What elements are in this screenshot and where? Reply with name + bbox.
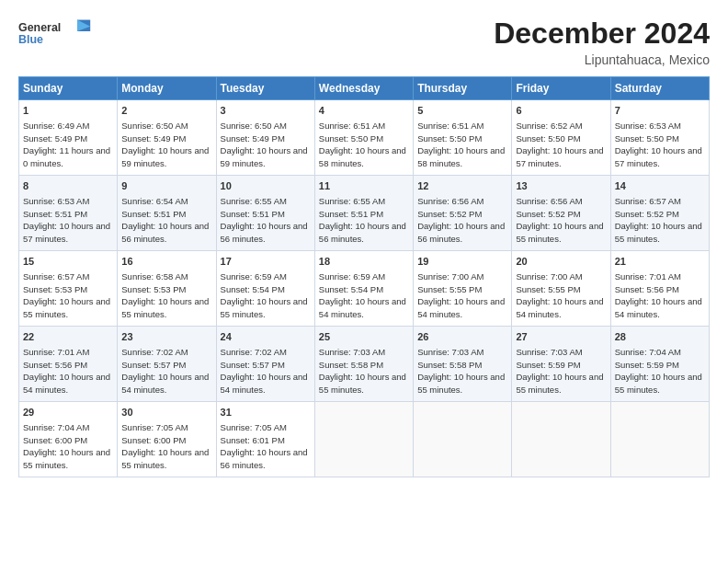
sunrise-text: Sunrise: 6:52 AM [516, 121, 582, 131]
day-cell: 26Sunrise: 7:03 AMSunset: 5:58 PMDayligh… [414, 327, 512, 402]
sunrise-text: Sunrise: 6:58 AM [121, 271, 188, 282]
sunrise-text: Sunrise: 6:54 AM [121, 196, 188, 206]
day-number: 16 [121, 255, 211, 270]
daylight-label: Daylight: 10 hours and 55 minutes. [417, 372, 505, 395]
sunrise-text: Sunrise: 7:01 AM [23, 347, 89, 357]
day-cell: 13Sunrise: 6:56 AMSunset: 5:52 PMDayligh… [512, 176, 610, 251]
daylight-label: Daylight: 10 hours and 58 minutes. [319, 145, 406, 168]
month-title: December 2024 [494, 17, 710, 51]
daylight-label: Daylight: 10 hours and 55 minutes. [516, 372, 603, 395]
sunset-text: Sunset: 5:53 PM [23, 284, 87, 294]
sunrise-text: Sunrise: 6:50 AM [221, 121, 287, 131]
day-cell: 7Sunrise: 6:53 AMSunset: 5:50 PMDaylight… [610, 100, 709, 176]
sunset-text: Sunset: 5:49 PM [121, 133, 186, 144]
day-cell: 2Sunrise: 6:50 AMSunset: 5:49 PMDaylight… [118, 100, 216, 176]
daylight-label: Daylight: 10 hours and 57 minutes. [516, 145, 603, 168]
sunset-text: Sunset: 5:55 PM [516, 284, 580, 294]
daylight-label: Daylight: 10 hours and 55 minutes. [121, 447, 209, 470]
day-cell [610, 402, 709, 477]
sunrise-text: Sunrise: 7:03 AM [516, 347, 582, 357]
col-header-wednesday: Wednesday [314, 77, 413, 100]
day-cell: 6Sunrise: 6:52 AMSunset: 5:50 PMDaylight… [512, 100, 610, 176]
sunset-text: Sunset: 5:58 PM [417, 360, 482, 370]
day-number: 9 [121, 179, 211, 194]
sunset-text: Sunset: 5:51 PM [221, 209, 285, 219]
week-row-4: 22Sunrise: 7:01 AMSunset: 5:56 PMDayligh… [19, 327, 710, 402]
day-number: 31 [221, 406, 311, 420]
day-number: 28 [615, 330, 705, 345]
day-number: 20 [516, 255, 606, 270]
sunrise-text: Sunrise: 6:53 AM [615, 121, 681, 131]
sunrise-text: Sunrise: 7:05 AM [221, 422, 287, 432]
day-cell [414, 402, 512, 477]
daylight-label: Daylight: 10 hours and 54 minutes. [121, 372, 209, 395]
daylight-label: Daylight: 10 hours and 55 minutes. [615, 221, 702, 244]
day-number: 5 [417, 104, 507, 119]
daylight-label: Daylight: 10 hours and 55 minutes. [615, 372, 702, 395]
page-header: General Blue December 2024 Lipuntahuaca,… [18, 17, 710, 67]
sunrise-text: Sunrise: 7:00 AM [516, 271, 582, 282]
title-block: December 2024 Lipuntahuaca, Mexico [494, 17, 710, 67]
sunrise-text: Sunrise: 6:51 AM [417, 121, 483, 131]
day-number: 29 [23, 406, 113, 420]
day-cell [314, 402, 413, 477]
day-number: 4 [319, 104, 409, 119]
day-number: 24 [221, 330, 311, 345]
sunset-text: Sunset: 5:55 PM [417, 284, 482, 294]
sunset-text: Sunset: 5:56 PM [23, 360, 87, 370]
day-number: 15 [23, 255, 113, 270]
day-number: 13 [516, 179, 606, 194]
daylight-label: Daylight: 10 hours and 54 minutes. [516, 296, 603, 319]
col-header-tuesday: Tuesday [216, 77, 314, 100]
day-cell: 25Sunrise: 7:03 AMSunset: 5:58 PMDayligh… [314, 327, 413, 402]
daylight-label: Daylight: 10 hours and 54 minutes. [615, 296, 702, 319]
day-cell: 16Sunrise: 6:58 AMSunset: 5:53 PMDayligh… [118, 251, 216, 327]
sunrise-text: Sunrise: 6:50 AM [121, 121, 188, 131]
sunset-text: Sunset: 5:52 PM [417, 209, 482, 219]
sunrise-text: Sunrise: 6:56 AM [417, 196, 483, 206]
day-cell: 12Sunrise: 6:56 AMSunset: 5:52 PMDayligh… [414, 176, 512, 251]
col-header-friday: Friday [512, 77, 610, 100]
sunset-text: Sunset: 5:57 PM [221, 360, 285, 370]
day-cell: 11Sunrise: 6:55 AMSunset: 5:51 PMDayligh… [314, 176, 413, 251]
day-number: 11 [319, 179, 409, 194]
daylight-label: Daylight: 10 hours and 59 minutes. [221, 145, 308, 168]
day-number: 19 [417, 255, 507, 270]
day-number: 27 [516, 330, 606, 345]
daylight-label: Daylight: 10 hours and 54 minutes. [23, 372, 110, 395]
day-number: 21 [615, 255, 705, 270]
day-number: 18 [319, 255, 409, 270]
day-number: 2 [121, 104, 211, 119]
daylight-label: Daylight: 10 hours and 54 minutes. [417, 296, 505, 319]
sunset-text: Sunset: 5:51 PM [23, 209, 87, 219]
sunrise-text: Sunrise: 7:03 AM [417, 347, 483, 357]
sunset-text: Sunset: 5:50 PM [516, 133, 580, 144]
svg-text:General: General [18, 21, 61, 34]
day-cell: 1Sunrise: 6:49 AMSunset: 5:49 PMDaylight… [19, 100, 118, 176]
sunrise-text: Sunrise: 6:51 AM [319, 121, 385, 131]
sunset-text: Sunset: 5:53 PM [121, 284, 186, 294]
day-cell: 29Sunrise: 7:04 AMSunset: 6:00 PMDayligh… [19, 402, 118, 477]
sunset-text: Sunset: 5:54 PM [319, 284, 383, 294]
sunset-text: Sunset: 5:59 PM [615, 360, 679, 370]
day-number: 14 [615, 179, 705, 194]
day-cell: 5Sunrise: 6:51 AMSunset: 5:50 PMDaylight… [414, 100, 512, 176]
daylight-label: Daylight: 10 hours and 55 minutes. [319, 372, 406, 395]
col-header-saturday: Saturday [610, 77, 709, 100]
daylight-label: Daylight: 10 hours and 55 minutes. [516, 221, 603, 244]
day-number: 3 [221, 104, 311, 119]
day-cell: 23Sunrise: 7:02 AMSunset: 5:57 PMDayligh… [118, 327, 216, 402]
sunset-text: Sunset: 5:49 PM [23, 133, 87, 144]
day-cell: 22Sunrise: 7:01 AMSunset: 5:56 PMDayligh… [19, 327, 118, 402]
sunset-text: Sunset: 5:58 PM [319, 360, 383, 370]
week-row-5: 29Sunrise: 7:04 AMSunset: 6:00 PMDayligh… [19, 402, 710, 477]
day-cell: 28Sunrise: 7:04 AMSunset: 5:59 PMDayligh… [610, 327, 709, 402]
daylight-label: Daylight: 10 hours and 54 minutes. [319, 296, 406, 319]
col-header-monday: Monday [118, 77, 216, 100]
daylight-label: Daylight: 10 hours and 58 minutes. [417, 145, 505, 168]
daylight-label: Daylight: 10 hours and 57 minutes. [23, 221, 110, 244]
sunset-text: Sunset: 6:00 PM [121, 435, 186, 445]
sunrise-text: Sunrise: 7:02 AM [121, 347, 188, 357]
day-number: 7 [615, 104, 705, 119]
logo: General Blue [18, 17, 92, 50]
